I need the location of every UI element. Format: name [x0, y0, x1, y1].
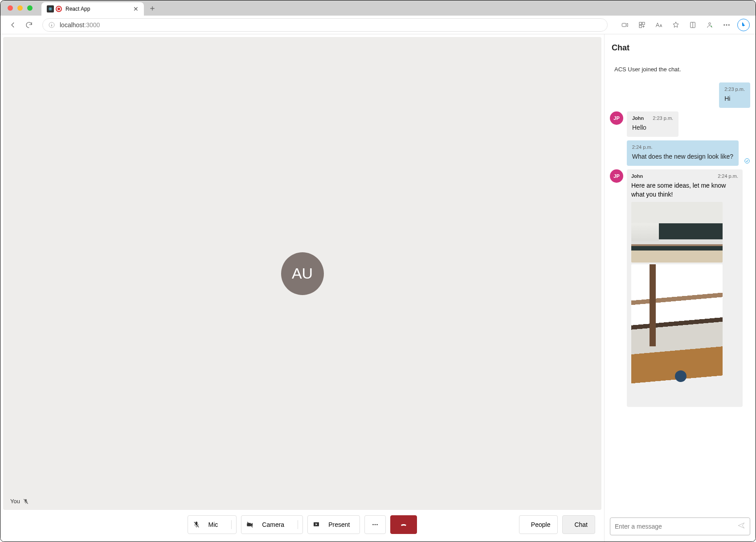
svg-rect-8	[639, 22, 642, 25]
hangup-icon	[400, 521, 408, 529]
svg-rect-7	[622, 23, 626, 27]
message-bubble[interactable]: 2:24 p.m. What does the new design look …	[627, 140, 739, 166]
back-button[interactable]	[6, 18, 20, 32]
more-options-icon[interactable]	[720, 18, 733, 32]
chat-panel-button[interactable]: Chat	[562, 515, 595, 534]
send-button[interactable]	[737, 521, 745, 531]
message-text: Hello	[632, 123, 673, 132]
react-favicon-icon	[47, 5, 54, 12]
sender-avatar: JP	[610, 169, 623, 183]
message-time: 2:24 p.m.	[632, 144, 653, 151]
tab-close-button[interactable]: ✕	[133, 5, 139, 12]
profile-icon[interactable]	[703, 18, 716, 32]
camera-off-icon	[246, 521, 254, 529]
present-icon	[312, 521, 320, 529]
message-text: Here are some ideas, let me know what yo…	[631, 181, 738, 199]
browser-tab-bar: React App ✕ ＋	[0, 0, 756, 16]
video-stage: AU You	[3, 37, 601, 510]
window-minimize-button[interactable]	[17, 5, 23, 11]
mic-off-icon	[192, 521, 200, 529]
side-panel-controls: People Chat	[519, 515, 595, 534]
more-call-options-button[interactable]	[364, 515, 386, 534]
window-close-button[interactable]	[8, 5, 13, 11]
hangup-button[interactable]	[390, 515, 417, 534]
message-time: 2:23 p.m.	[724, 86, 745, 93]
attachment-image-kitchen[interactable]	[631, 202, 723, 263]
mic-toggle-button[interactable]: Mic	[188, 515, 237, 534]
message-bubble[interactable]: John 2:23 p.m. Hello	[627, 111, 678, 137]
message-bubble[interactable]: John 2:24 p.m. Here are some ideas, let …	[627, 169, 743, 407]
chat-input-container	[610, 517, 750, 535]
message-outgoing: 2:23 p.m. Hi	[610, 82, 750, 108]
url-text: localhost:3000	[60, 21, 100, 29]
message-sender: John	[631, 173, 643, 180]
svg-rect-9	[642, 22, 645, 25]
new-tab-button[interactable]: ＋	[148, 3, 156, 13]
svg-point-15	[724, 24, 725, 25]
read-receipt-icon	[744, 158, 750, 164]
browser-toolbar: localhost:3000	[0, 16, 756, 34]
site-info-icon	[48, 21, 55, 29]
attachment-image-living-room[interactable]	[631, 264, 723, 402]
participant-avatar: AU	[281, 252, 324, 295]
sender-avatar: JP	[610, 111, 623, 125]
svg-point-25	[373, 524, 374, 525]
video-area: AU You Mic Camera Present	[0, 34, 604, 542]
chat-panel: Chat ACS User joined the chat. 2:23 p.m.…	[604, 34, 756, 542]
svg-rect-10	[639, 25, 642, 27]
bing-chat-button[interactable]	[737, 18, 750, 32]
text-size-icon[interactable]	[652, 18, 666, 32]
message-attachments	[631, 202, 738, 402]
svg-point-17	[728, 24, 729, 25]
call-controls: Mic Camera Present People	[3, 510, 601, 539]
refresh-button[interactable]	[22, 18, 36, 32]
chat-message-input[interactable]	[615, 523, 737, 530]
browser-tab[interactable]: React App ✕	[41, 2, 144, 16]
svg-point-13	[709, 22, 711, 25]
svg-point-14	[711, 25, 712, 27]
window-controls	[8, 5, 33, 11]
more-icon	[371, 521, 379, 529]
message-text: Hi	[724, 94, 745, 103]
people-panel-button[interactable]: People	[519, 515, 558, 534]
svg-point-26	[375, 524, 376, 525]
message-text: What does the new design look like?	[632, 152, 733, 161]
message-bubble[interactable]: 2:23 p.m. Hi	[719, 82, 750, 108]
self-video-label: You	[10, 498, 29, 505]
chat-title: Chat	[605, 34, 756, 57]
mic-muted-icon	[23, 498, 29, 505]
window-maximize-button[interactable]	[27, 5, 33, 11]
toolbar-actions	[618, 18, 750, 32]
video-call-icon[interactable]	[618, 18, 632, 32]
svg-point-0	[50, 8, 51, 9]
send-icon	[737, 521, 745, 530]
collections-icon[interactable]	[686, 18, 699, 32]
address-bar[interactable]: localhost:3000	[42, 18, 608, 32]
svg-point-30	[745, 159, 750, 164]
recording-indicator-icon	[56, 6, 62, 12]
message-time: 2:24 p.m.	[718, 173, 738, 180]
camera-toggle-button[interactable]: Camera	[241, 515, 303, 534]
svg-point-27	[377, 524, 378, 525]
present-button[interactable]: Present	[307, 515, 360, 534]
extensions-icon[interactable]	[635, 18, 649, 32]
message-sender: John	[632, 115, 644, 122]
message-incoming: JP John 2:24 p.m. Here are some ideas, l…	[610, 169, 750, 407]
avatar-initials: AU	[292, 265, 313, 282]
message-incoming: JP John 2:23 p.m. Hello	[610, 111, 750, 137]
system-message: ACS User joined the chat.	[610, 60, 750, 79]
tab-title: React App	[65, 6, 90, 12]
chat-messages-list: ACS User joined the chat. 2:23 p.m. Hi J…	[605, 57, 756, 513]
message-time: 2:23 p.m.	[653, 115, 673, 122]
message-outgoing: 2:24 p.m. What does the new design look …	[610, 140, 750, 166]
favorites-icon[interactable]	[669, 18, 682, 32]
app-container: AU You Mic Camera Present	[0, 34, 756, 542]
svg-point-16	[726, 24, 727, 25]
tab-favicon	[47, 5, 62, 12]
